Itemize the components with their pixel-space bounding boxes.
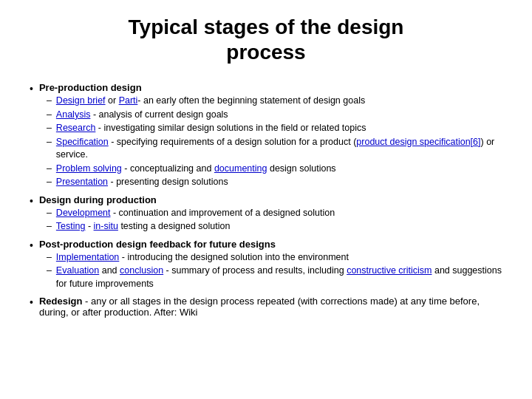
development-link[interactable]: Development [56,208,111,218]
redesign-bold-label: Redesign [39,296,83,307]
product-design-link[interactable]: product design specification[6] [356,137,480,147]
list-item: – Presentation - presenting design solut… [47,176,510,189]
list-item: – Problem solving - conceptualizing and … [47,163,510,176]
constructive-criticism-link[interactable]: constructive criticism [347,265,432,276]
page-title: Typical stages of the design process [22,15,510,64]
design-during-list: – Development - continuation and improve… [39,207,510,233]
pre-production-title: Pre-production design [39,82,510,93]
list-item: – Specification - specifying requirement… [47,136,510,162]
list-item: – Development - continuation and improve… [47,207,510,220]
presentation-link[interactable]: Presentation [56,177,108,187]
list-item: – Testing - in-situ testing a designed s… [47,220,510,233]
implementation-link[interactable]: Implementation [56,252,119,262]
section-post-production: • Post-production design feedback for fu… [30,239,510,292]
design-during-title: Design during production [39,194,510,205]
research-link[interactable]: Research [56,123,96,133]
conclusion-link[interactable]: conclusion [120,265,163,276]
list-item: – Design brief or Parti- an early often … [47,95,510,108]
design-brief-link[interactable]: Design brief [56,95,106,106]
pre-production-list: – Design brief or Parti- an early often … [39,95,510,189]
documenting-link[interactable]: documenting [214,163,267,174]
post-production-content: Post-production design feedback for futu… [39,239,510,292]
list-item: – Analysis - analysis of current design … [47,109,510,122]
section-design-during: • Design during production – Development… [30,194,510,234]
testing-link[interactable]: Testing [56,221,86,231]
problem-solving-link[interactable]: Problem solving [56,163,122,174]
in-situ-link[interactable]: in-situ [94,221,118,231]
bullet-icon: • [30,296,33,308]
section-pre-production: • Pre-production design – Design brief o… [30,82,510,190]
post-production-title: Post-production design feedback for futu… [39,239,510,250]
bullet-icon: • [30,239,33,251]
evaluation-link[interactable]: Evaluation [56,265,99,276]
list-item: – Research - investigating similar desig… [47,122,510,135]
pre-production-content: Pre-production design – Design brief or … [39,82,510,190]
list-item: – Implementation - introducing the desig… [47,251,510,265]
redesign-text: - any or all stages in the design proces… [39,296,480,318]
bullet-icon: • [30,195,33,207]
section-redesign: • Redesign - any or all stages in the de… [30,296,510,318]
design-during-content: Design during production – Development -… [39,194,510,234]
post-production-list: – Implementation - introducing the desig… [39,251,510,291]
analysis-link[interactable]: Analysis [56,109,91,120]
main-content: • Pre-production design – Design brief o… [22,82,510,318]
bullet-icon: • [30,83,33,95]
list-item: – Evaluation and conclusion - summary of… [47,265,510,290]
specification-link[interactable]: Specification [56,137,109,147]
redesign-content: Redesign - any or all stages in the desi… [39,296,510,318]
parti-link[interactable]: Parti [119,95,138,106]
